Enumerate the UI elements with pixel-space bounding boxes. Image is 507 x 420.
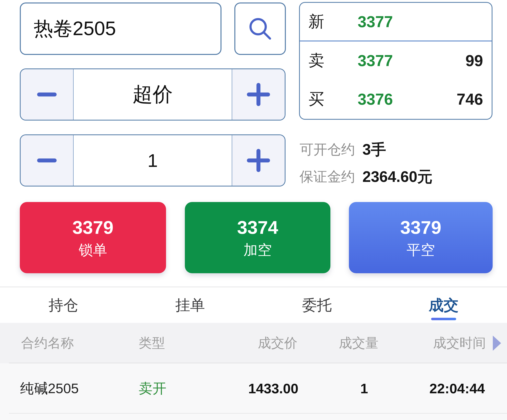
trades-list: 纯碱2505 卖开 1433.00 1 22:04:44: [0, 363, 507, 420]
contract-input[interactable]: [20, 2, 221, 55]
tab-positions-label: 持仓: [49, 295, 78, 315]
last-price-label: 新: [309, 11, 328, 33]
margin-label: 保证金约: [300, 167, 355, 186]
chevron-right-icon[interactable]: [493, 335, 501, 351]
trade-contract-name: 纯碱2505: [20, 379, 79, 398]
trade-time: 22:04:44: [430, 380, 485, 396]
close-short-price: 3379: [400, 218, 441, 237]
header-trade-volume: 成交量: [339, 334, 378, 352]
ask-label: 卖: [309, 50, 328, 71]
header-contract-name: 合约名称: [21, 334, 74, 352]
price-minus-button[interactable]: [21, 69, 74, 120]
trade-volume: 1: [360, 380, 368, 396]
lock-order-price: 3379: [72, 218, 113, 237]
trade-price: 1433.00: [248, 380, 298, 396]
search-button[interactable]: [234, 2, 286, 55]
tab-trades[interactable]: 成交: [380, 287, 507, 323]
last-price-value: 3377: [358, 13, 393, 31]
price-mode-value[interactable]: 超价: [74, 69, 232, 120]
tab-pending-orders[interactable]: 挂单: [127, 287, 254, 323]
futures-trade-screen: 新 3377 卖 3377 99 买 3376 746 超价 1: [0, 0, 507, 420]
last-price-row[interactable]: 新 3377: [300, 3, 492, 41]
quantity-minus-button[interactable]: [21, 135, 74, 186]
add-short-button[interactable]: 3374 加空: [185, 202, 331, 273]
minus-icon: [37, 92, 56, 96]
open-capacity-line: 可开仓约 3手: [300, 139, 386, 160]
ask-row[interactable]: 卖 3377 99: [300, 41, 492, 80]
ask-price-value: 3377: [358, 52, 393, 70]
active-tab-underline: [431, 318, 456, 320]
close-short-label: 平空: [407, 243, 435, 257]
plus-icon: [247, 83, 270, 106]
quantity-value[interactable]: 1: [74, 135, 232, 186]
close-short-button[interactable]: 3379 平空: [349, 202, 493, 273]
minus-icon: [37, 158, 56, 162]
tab-entrusts[interactable]: 委托: [254, 287, 380, 323]
open-capacity-value: 3手: [362, 139, 386, 160]
tab-positions[interactable]: 持仓: [0, 287, 127, 323]
ask-volume-value: 99: [465, 52, 483, 70]
bottom-tabstrip: 持仓 挂单 委托 成交: [0, 286, 507, 323]
bid-price-value: 3376: [358, 90, 393, 108]
quantity-stepper: 1: [20, 134, 286, 186]
price-plus-button[interactable]: [232, 69, 285, 120]
plus-icon: [247, 149, 270, 172]
lock-order-label: 锁单: [79, 243, 107, 257]
open-capacity-label: 可开仓约: [300, 140, 355, 159]
margin-value: 2364.60元: [362, 166, 433, 187]
bid-volume-value: 746: [457, 90, 483, 108]
row-divider: [9, 413, 507, 413]
bid-label: 买: [309, 89, 328, 110]
add-short-label: 加空: [243, 243, 272, 257]
bid-row[interactable]: 买 3376 746: [300, 80, 492, 118]
header-trade-time: 成交时间: [433, 334, 486, 352]
quantity-plus-button[interactable]: [232, 135, 285, 186]
header-type: 类型: [139, 334, 165, 352]
trades-table-header: 合约名称 类型 成交价 成交量 成交时间: [0, 323, 507, 363]
search-icon: [247, 15, 273, 42]
tab-trades-label: 成交: [429, 295, 458, 315]
header-trade-price: 成交价: [258, 334, 297, 352]
trade-type: 卖开: [139, 379, 166, 398]
quote-panel: 新 3377 卖 3377 99 买 3376 746: [299, 2, 493, 120]
tab-pending-orders-label: 挂单: [175, 295, 205, 315]
price-mode-stepper: 超价: [20, 69, 286, 121]
margin-line: 保证金约 2364.60元: [300, 166, 433, 187]
lock-order-button[interactable]: 3379 锁单: [20, 202, 166, 273]
trade-row[interactable]: 纯碱2505 卖开 1433.00 1 22:04:44: [0, 363, 507, 413]
tab-entrusts-label: 委托: [302, 295, 332, 315]
add-short-price: 3374: [237, 218, 278, 237]
